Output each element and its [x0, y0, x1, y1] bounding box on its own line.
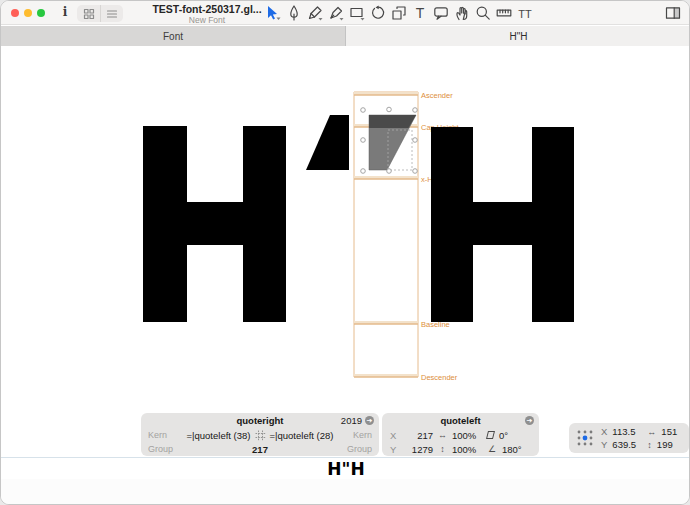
tab-font[interactable]: Font	[1, 26, 346, 46]
primitives-tool-button[interactable]	[349, 5, 365, 21]
origin-center-dot[interactable]	[583, 436, 588, 441]
rotation-value[interactable]: 180°	[502, 444, 522, 455]
sidebar-toggle-button[interactable]	[665, 5, 681, 21]
rotation-icon: ∠	[487, 444, 497, 454]
window-title-block: TEST-font-250317.gl... New Font	[139, 3, 275, 25]
bounds-x-label: X	[601, 426, 607, 437]
rotate-icon	[370, 5, 386, 21]
kern-right-label: Kern	[341, 430, 379, 440]
ball-pen-icon	[328, 5, 344, 21]
grid-view-button[interactable]	[77, 5, 100, 22]
list-view-icon	[106, 8, 118, 20]
v-scale-value[interactable]: 100%	[452, 444, 482, 455]
h-scale-icon: ↔	[438, 430, 447, 440]
kern-right-value[interactable]: =|quoteleft (28)	[270, 430, 334, 441]
open-component-icon[interactable]: ➔	[525, 416, 534, 425]
tab-edit-hh[interactable]: H"H	[346, 26, 690, 46]
transform-origin-selector[interactable]	[575, 428, 595, 448]
magnifier-icon	[475, 5, 491, 21]
pencil-icon	[307, 5, 323, 21]
list-view-button[interactable]	[100, 5, 123, 22]
font-info-button[interactable]: i	[58, 4, 72, 21]
glyph-quoteright[interactable]	[306, 115, 349, 170]
pen-nib-icon	[286, 5, 302, 21]
text-tool-icon: T	[412, 5, 428, 21]
rotate-tool-button[interactable]	[370, 5, 386, 21]
metric-label-descender: Descender	[421, 373, 458, 382]
preview-text: H"H	[327, 459, 364, 479]
text-tool-button[interactable]: T	[412, 5, 428, 21]
component-name: quoteleft	[382, 413, 539, 428]
view-mode-segmented-control	[77, 5, 123, 22]
x-position-value[interactable]: 217	[403, 430, 433, 441]
kern-left-value[interactable]: =|quoteleft (38)	[187, 430, 251, 441]
select-arrow-icon	[265, 5, 281, 21]
svg-text:T: T	[416, 5, 425, 21]
select-tool-button[interactable]	[265, 5, 281, 21]
scale-tool-button[interactable]	[391, 5, 407, 21]
y-axis-label: Y	[390, 444, 398, 455]
metric-label-ascender: Ascender	[421, 91, 453, 100]
zoom-tool-button[interactable]	[475, 5, 491, 21]
group-left-label: Group	[141, 444, 179, 454]
measure-tool-button[interactable]	[496, 5, 512, 21]
other-pen-tool-button[interactable]	[328, 5, 344, 21]
draw-tool-button[interactable]	[286, 5, 302, 21]
bounds-width-icon: ↔	[647, 427, 656, 437]
kern-left-label: Kern	[141, 430, 179, 440]
selection-bounds-panel: X 113.5 ↔ 151 Y 639.5 ↕ 199	[569, 423, 689, 453]
glyph-H-left[interactable]	[143, 126, 286, 322]
bounds-y-label: Y	[601, 439, 607, 450]
titlebar: i TEST-font-250317.gl... New Font	[1, 1, 690, 25]
hand-icon	[454, 5, 470, 21]
kerning-tool-icon: TT	[517, 5, 533, 21]
preview-bar: H"H	[1, 458, 690, 479]
close-window-button[interactable]	[11, 9, 19, 17]
slant-value[interactable]: 0°	[499, 430, 508, 441]
document-title: TEST-font-250317.gl...	[139, 3, 275, 15]
glyph-width-value[interactable]: 2019	[341, 413, 362, 428]
glyph-info-panel: quoteright 2019 ➔ Kern =|quoteleft (38) …	[141, 413, 379, 456]
scale-icon	[391, 5, 407, 21]
glyph-H-right[interactable]	[431, 127, 574, 322]
slant-icon	[486, 431, 495, 439]
toolbar: T	[265, 5, 533, 21]
hand-tool-button[interactable]	[454, 5, 470, 21]
x-axis-label: X	[390, 430, 398, 441]
sidebar-panel-icon	[665, 5, 681, 21]
glyph-quoteleft-selected[interactable]	[369, 115, 416, 170]
tab-bar: Font H"H	[1, 26, 690, 46]
ruler-icon	[496, 5, 512, 21]
pencil-tool-button[interactable]	[307, 5, 323, 21]
grid-view-icon	[83, 8, 95, 20]
speech-bubble-icon	[433, 5, 449, 21]
rectangle-icon	[349, 5, 365, 21]
svg-text:TT: TT	[518, 8, 532, 20]
kerning-tool-button[interactable]: TT	[517, 5, 533, 21]
y-position-value[interactable]: 1279	[403, 444, 433, 455]
minimize-window-button[interactable]	[24, 9, 32, 17]
glyphs-window: i TEST-font-250317.gl... New Font	[0, 0, 690, 505]
font-family-name: New Font	[139, 15, 275, 25]
bounds-width-value[interactable]: 151	[661, 426, 677, 437]
kern-lock-grid-icon[interactable]	[255, 430, 266, 441]
bounds-height-value[interactable]: 199	[657, 439, 673, 450]
h-scale-value[interactable]: 100%	[452, 430, 482, 441]
status-bar: F To⁎ − 421 pt +	[1, 479, 690, 505]
group-right-label: Group	[341, 444, 379, 454]
bounds-x-value[interactable]: 113.5	[612, 426, 642, 437]
v-scale-icon: ↕	[438, 444, 447, 454]
group-value[interactable]: 217	[252, 444, 268, 455]
edit-canvas[interactable]: Ascender Cap Height x-Height Baseline De…	[1, 47, 690, 457]
bounds-y-value[interactable]: 639.5	[612, 439, 642, 450]
annotation-tool-button[interactable]	[433, 5, 449, 21]
bounds-height-icon: ↕	[647, 440, 652, 450]
zoom-window-button[interactable]	[37, 9, 45, 17]
open-glyph-icon[interactable]: ➔	[365, 416, 374, 425]
component-transform-panel: quoteleft ➔ X 217 ↔ 100% 0° Y 1279 ↕ 100…	[382, 413, 539, 456]
